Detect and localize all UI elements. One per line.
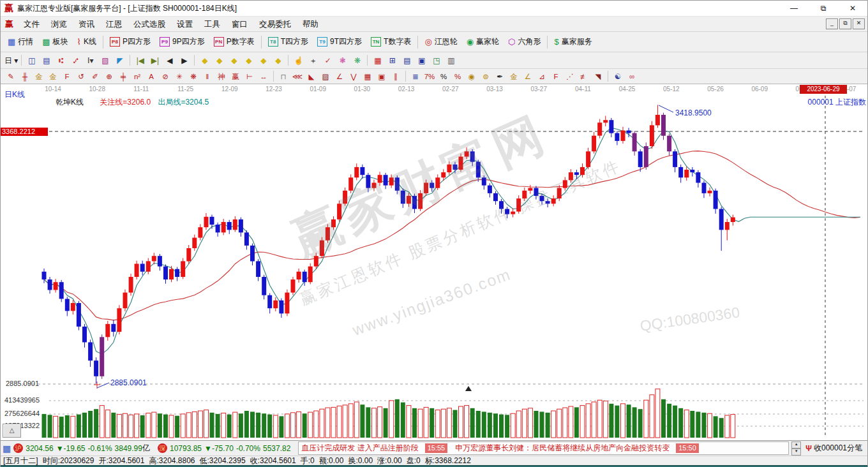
menu-item-9[interactable]: 帮助 (297, 17, 324, 31)
box-target-tool[interactable]: ▣ (375, 71, 389, 82)
circle-slash-tool[interactable]: ⊘ (158, 71, 172, 82)
menu-item-1[interactable]: 浏览 (45, 17, 73, 31)
menu-item-4[interactable]: 公式选股 (128, 17, 171, 31)
minimize-button[interactable]: — (779, 1, 809, 16)
save-icon[interactable]: ▣ (414, 54, 429, 67)
fan-box-tool[interactable]: ▨ (318, 71, 333, 82)
f-grid-tool[interactable]: F (60, 71, 74, 82)
gann-right-diamond-icon[interactable]: ◆ (212, 54, 227, 67)
menu-item-6[interactable]: 工具 (198, 17, 226, 31)
menu-item-2[interactable]: 资讯 (73, 17, 100, 31)
v-line-tool[interactable]: ⋁ (347, 71, 361, 82)
clock-circle-tool[interactable]: ⊕ (102, 71, 116, 82)
t-square-button[interactable]: T8T四方形 (264, 34, 313, 50)
menu-item-7[interactable]: 窗口 (226, 17, 253, 31)
volume-collapse-button[interactable]: △ (3, 424, 21, 438)
box-grid-tool[interactable]: ⊓ (276, 71, 290, 82)
child-close-button[interactable]: ✕ (853, 19, 865, 29)
n2-tool[interactable]: n² (130, 71, 144, 82)
width-measure-tool[interactable]: ↔ (257, 71, 271, 82)
starburst-tool[interactable]: ✳ (172, 71, 186, 82)
news-down-button[interactable]: ▼ (791, 448, 801, 456)
ink-angle-tool[interactable]: ✒ (493, 71, 507, 82)
trend-flag-icon[interactable]: ◤ (112, 54, 127, 67)
p-number-button[interactable]: PNP数字表 (209, 34, 259, 50)
gann-left-diamond-icon[interactable]: ◆ (197, 54, 212, 67)
winner-service-button[interactable]: $赢家服务 (550, 34, 596, 50)
gann-hrange-diamond-icon[interactable]: ◆ (227, 54, 241, 67)
hand-pan-icon[interactable]: ☝ (291, 54, 306, 67)
news-ticker[interactable]: 血压计完成研发 进入产品注册阶段15:55申万宏源董事长刘健：居民储蓄将继续从房… (298, 441, 789, 455)
chart-region[interactable]: 日K线 10-1410-2811-1111-2512-0912-2301-090… (1, 84, 867, 440)
pct-tool[interactable]: % (437, 71, 451, 82)
gold-box-tool[interactable]: 金 (507, 71, 521, 82)
bars-small-icon[interactable]: ⑆ (54, 54, 68, 67)
menu-item-5[interactable]: 设置 (171, 17, 198, 31)
shen-tool[interactable]: 神 (214, 71, 228, 82)
fan-shade-tool[interactable]: ◣ (304, 71, 318, 82)
kline-button[interactable]: ⌇K线 (73, 34, 101, 50)
news-up-button[interactable]: ▲ (791, 441, 801, 448)
infinity-icon[interactable]: ∞ (625, 71, 639, 82)
first-page-icon[interactable]: |◀ (133, 54, 147, 67)
f-angle-tool[interactable]: F (549, 71, 563, 82)
pct-line-tool[interactable]: % (451, 71, 465, 82)
sectors-button[interactable]: ▩板块 (38, 34, 72, 50)
measure-check-icon[interactable]: ✓ (320, 54, 335, 67)
ruler-tool[interactable]: ⊢ (243, 71, 257, 82)
spiderweb-tool[interactable]: ❋ (186, 71, 200, 82)
gold-circle-tool[interactable]: ◉ (465, 71, 479, 82)
gold-grid2-tool[interactable]: 金 (46, 71, 60, 82)
chips-icon[interactable]: ▧ (98, 54, 112, 67)
bars-mini-icon[interactable]: ⑇ (68, 54, 83, 67)
gann-wheel-button[interactable]: ◎江恩轮 (420, 34, 461, 50)
period-selector[interactable]: 日 ▾ (4, 54, 19, 67)
slash-lines-tool[interactable]: ∥ (389, 71, 403, 82)
calculator-icon[interactable]: ⊞ (385, 54, 400, 67)
ying-tool[interactable]: 赢 (228, 71, 243, 82)
red-grid-tool[interactable]: ▦ (361, 71, 375, 82)
spiral-tool[interactable]: ↺ (74, 71, 88, 82)
a-channel-tool[interactable]: A (144, 71, 158, 82)
gold-angle-tool[interactable]: ∠ (521, 71, 535, 82)
menu-item-3[interactable]: 江恩 (100, 17, 128, 31)
dense-grid-tool[interactable]: ╪ (116, 71, 130, 82)
gann-all-diamond-icon[interactable]: ◆ (271, 54, 285, 67)
news-item-1[interactable]: 申万宏源董事长刘健：居民储蓄将继续从房地产向金融投资转变 (455, 443, 670, 454)
menu-item-8[interactable]: 交易委托 (253, 17, 297, 31)
taiji-icon[interactable]: ☯ (611, 71, 625, 82)
window-layout-icon[interactable]: ◫ (24, 54, 39, 67)
pct7-tool[interactable]: 7% (423, 71, 437, 82)
resist-line-tool[interactable]: ≢ (577, 71, 591, 82)
close-button[interactable]: ✕ (838, 1, 867, 16)
prev-icon[interactable]: ◀ (162, 54, 177, 67)
next-icon[interactable]: ▶ (177, 54, 191, 67)
knote-tool[interactable]: ‖ (200, 71, 214, 82)
gold-grid-tool[interactable]: 金 (32, 71, 46, 82)
corner-tool[interactable]: ◥ (591, 71, 605, 82)
quote-info-icon[interactable]: ▤ (39, 54, 54, 67)
brain-pink-icon[interactable]: ❃ (335, 54, 350, 67)
last-page-icon[interactable]: ▶| (147, 54, 162, 67)
crosshair-icon[interactable]: ＋ (306, 54, 320, 67)
brain-green-icon[interactable]: ❋ (350, 54, 364, 67)
quote-table-icon[interactable]: ▦ (3, 443, 11, 454)
menu-item-0[interactable]: 文件 (18, 17, 45, 31)
child-restore-button[interactable]: ⧉ (839, 19, 851, 29)
news-item-0[interactable]: 血压计完成研发 进入产品注册阶段 (301, 443, 418, 454)
9t-square-button[interactable]: T99T四方形 (313, 34, 366, 50)
export-icon[interactable]: ◳ (429, 54, 444, 67)
speed-line-tool[interactable]: ⋰ (563, 71, 577, 82)
pen-tool[interactable]: ✎ (4, 71, 18, 82)
gold-line-tool[interactable]: ⊜ (479, 71, 493, 82)
9p-square-button[interactable]: P99P四方形 (155, 34, 209, 50)
calendar-icon[interactable]: ▦ (370, 54, 385, 67)
level-list-tool[interactable]: ≣ (408, 71, 423, 82)
fan-lines-tool[interactable]: ⋘ (290, 71, 304, 82)
tab-daily-kline[interactable]: 日K线 (4, 89, 25, 100)
gann-cross-diamond-icon[interactable]: ◆ (256, 54, 271, 67)
child-minimize-button[interactable]: _ (826, 19, 838, 29)
brush-tool[interactable]: ✐ (88, 71, 102, 82)
quotes-button[interactable]: ▦行情 (3, 34, 38, 50)
gann-expand-diamond-icon[interactable]: ◆ (241, 54, 256, 67)
